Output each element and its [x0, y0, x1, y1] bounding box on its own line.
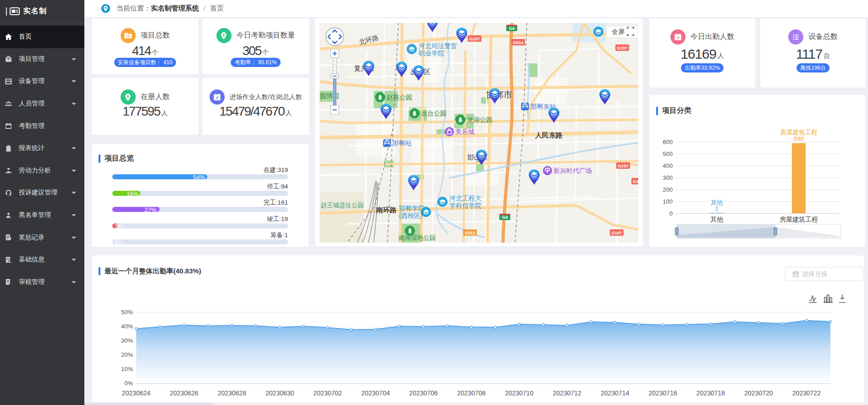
- svg-text:20230710: 20230710: [505, 389, 534, 397]
- svg-text:200: 200: [663, 186, 673, 193]
- svg-text:G107: G107: [469, 36, 480, 41]
- svg-text:新兴时代广场: 新兴时代广场: [553, 167, 592, 174]
- svg-text:S313: S313: [465, 230, 475, 235]
- svg-text:1: 1: [715, 205, 719, 212]
- svg-text:20230722: 20230722: [792, 389, 821, 397]
- svg-text:其他: 其他: [710, 216, 724, 223]
- svg-text:邯郸学院: 邯郸学院: [399, 205, 425, 212]
- svg-text:龙湖公园: 龙湖公园: [467, 116, 492, 123]
- svg-text:20230624: 20230624: [122, 389, 151, 397]
- svg-text:美乐城: 美乐城: [455, 128, 475, 135]
- svg-text:全屏: 全屏: [612, 28, 625, 35]
- svg-text:400: 400: [663, 162, 673, 169]
- svg-text:50%: 50%: [121, 309, 133, 316]
- svg-text:职业学院: 职业学院: [419, 50, 444, 57]
- svg-text:(西校区): (西校区): [399, 212, 422, 219]
- svg-text:40%: 40%: [121, 323, 133, 330]
- svg-text:30%: 30%: [121, 337, 133, 344]
- svg-text:赵苑公园: 赵苑公园: [387, 94, 412, 101]
- svg-text:20230630: 20230630: [265, 389, 294, 397]
- svg-text:丛台公园: 丛台公园: [421, 110, 447, 117]
- svg-text:G514: G514: [513, 40, 524, 45]
- svg-text:G107: G107: [618, 163, 628, 168]
- svg-text:300: 300: [663, 174, 673, 181]
- svg-text:20230702: 20230702: [314, 389, 343, 397]
- svg-text:河北工程大: 河北工程大: [449, 194, 481, 202]
- svg-text:500: 500: [663, 150, 673, 157]
- svg-text:20230712: 20230712: [553, 389, 582, 397]
- svg-text:20230720: 20230720: [744, 389, 773, 397]
- svg-text:20230714: 20230714: [601, 389, 630, 397]
- svg-text:G107: G107: [611, 230, 622, 235]
- svg-text:房屋建筑工程: 房屋建筑工程: [780, 129, 818, 136]
- svg-text:邯郸站: 邯郸站: [393, 139, 412, 147]
- svg-text:20230718: 20230718: [697, 389, 725, 397]
- svg-text:600: 600: [663, 139, 673, 145]
- svg-text:20230706: 20230706: [409, 389, 438, 397]
- svg-text:房屋建筑工程: 房屋建筑工程: [780, 216, 818, 223]
- svg-text:G4: G4: [509, 26, 515, 31]
- svg-text:20230628: 20230628: [218, 389, 247, 397]
- svg-text:G4: G4: [502, 215, 508, 220]
- svg-text:20230708: 20230708: [457, 389, 486, 397]
- svg-text:0: 0: [669, 210, 673, 217]
- svg-text:G30: G30: [633, 179, 638, 184]
- svg-text:100: 100: [663, 198, 673, 205]
- svg-text:20230704: 20230704: [361, 389, 390, 397]
- svg-text:10%: 10%: [121, 366, 133, 372]
- svg-text:G107: G107: [617, 45, 627, 50]
- svg-text:学科信学院: 学科信学院: [449, 202, 481, 209]
- svg-text:南湖湿地公园: 南湖湿地公园: [398, 234, 436, 241]
- svg-text:20230716: 20230716: [648, 389, 677, 397]
- svg-text:河北司法警官: 河北司法警官: [419, 42, 457, 50]
- svg-text:南环路: 南环路: [376, 206, 397, 214]
- svg-text:20230626: 20230626: [170, 389, 199, 397]
- svg-text:人民东路: 人民东路: [535, 131, 563, 139]
- svg-text:20%: 20%: [121, 351, 133, 358]
- svg-text:590: 590: [794, 135, 804, 142]
- svg-text:0%: 0%: [124, 380, 133, 387]
- svg-text:赵王城遗址公园: 赵王城遗址公园: [321, 202, 364, 209]
